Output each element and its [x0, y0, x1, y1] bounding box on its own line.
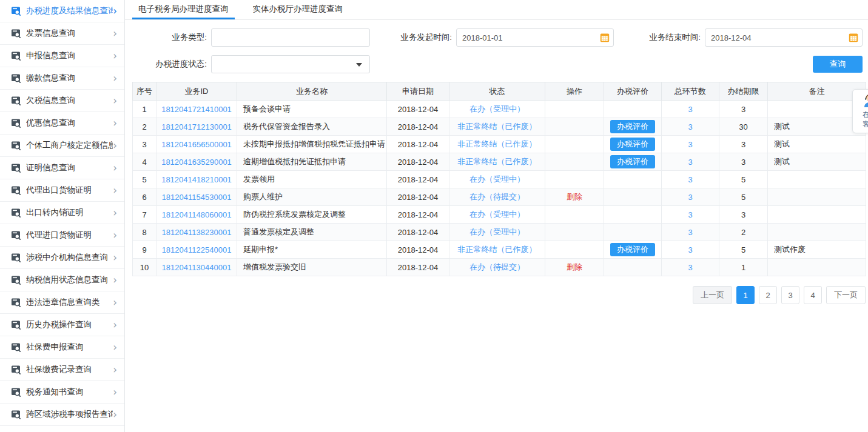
- chevron-right-icon: ›: [113, 297, 117, 308]
- start-time-label: 业务发起时间:: [370, 32, 456, 43]
- cell-remark: [768, 224, 866, 241]
- social-insurance-payment-query-icon: [11, 365, 21, 374]
- sidebar-item-1[interactable]: 发票信息查询›: [0, 22, 124, 45]
- total-links-link[interactable]: 3: [688, 122, 692, 131]
- sidebar-item-18[interactable]: 跨区域涉税事项报告查询›: [0, 404, 124, 426]
- business-id-link[interactable]: 1812041418210001: [161, 175, 232, 184]
- status-link[interactable]: 非正常终结（已作废）: [458, 122, 537, 131]
- calendar-icon[interactable]: [849, 33, 858, 42]
- sidebar-item-2[interactable]: 申报信息查询›: [0, 45, 124, 67]
- cell-total-links: 3: [662, 206, 719, 224]
- calendar-icon[interactable]: [600, 33, 610, 42]
- cell-status: 非正常终结（已作废）: [449, 136, 545, 153]
- sidebar-item-3[interactable]: 缴款信息查询›: [0, 67, 124, 90]
- total-links-link[interactable]: 3: [688, 158, 692, 167]
- cell-business-name: 未按期申报抵扣增值税扣税凭证抵扣申请: [237, 136, 387, 153]
- sidebar-item-14[interactable]: 历史办税操作查询›: [0, 314, 124, 336]
- pagination-page-3[interactable]: 3: [781, 286, 799, 304]
- business-type-input[interactable]: [211, 28, 370, 47]
- cell-total-links: 3: [662, 259, 719, 276]
- column-header-3: 申请日期: [387, 82, 449, 101]
- total-links-link[interactable]: 3: [688, 263, 692, 272]
- start-time-input[interactable]: [456, 28, 614, 47]
- cell-seq: 9: [133, 241, 156, 259]
- sidebar-item-16[interactable]: 社保缴费记录查询›: [0, 359, 124, 381]
- status-link[interactable]: 在办（受理中）: [469, 174, 525, 184]
- total-links-link[interactable]: 3: [688, 175, 692, 184]
- results-table-wrap: 序号业务ID业务名称申请日期状态操作办税评价总环节数办结期限备注 1181204…: [132, 82, 866, 276]
- evaluate-button[interactable]: 办税评价: [610, 138, 655, 151]
- business-id-link[interactable]: 1812041154530001: [162, 193, 232, 202]
- status-link[interactable]: 在办（待提交）: [469, 192, 525, 201]
- sidebar-item-7[interactable]: 证明信息查询›: [0, 157, 124, 179]
- business-id-link[interactable]: 1812041656500001: [161, 140, 232, 149]
- sidebar-item-17[interactable]: 税务通知书查询›: [0, 381, 124, 404]
- query-button[interactable]: 查询: [813, 56, 863, 73]
- sidebar-item-0[interactable]: 办税进度及结果信息查询›: [0, 0, 124, 22]
- total-links-link[interactable]: 3: [688, 228, 692, 237]
- total-links-link[interactable]: 3: [688, 105, 692, 114]
- business-id-link[interactable]: 1812041148060001: [162, 210, 232, 219]
- status-link[interactable]: 在办（待提交）: [469, 262, 525, 271]
- status-link[interactable]: 非正常终结（已作废）: [458, 139, 537, 148]
- sidebar-item-15[interactable]: 社保费申报查询›: [0, 336, 124, 359]
- sidebar-item-5[interactable]: 优惠信息查询›: [0, 112, 124, 135]
- cell-remark: 测试: [768, 136, 866, 153]
- pagination-prev-button[interactable]: 上一页: [693, 286, 732, 304]
- column-header-7: 总环节数: [662, 82, 719, 101]
- sidebar-item-4[interactable]: 欠税信息查询›: [0, 90, 124, 112]
- business-id-link[interactable]: 1812041635290001: [161, 158, 232, 167]
- online-service-widget[interactable]: 在线客服: [852, 89, 868, 133]
- tab-0[interactable]: 电子税务局办理进度查询: [132, 0, 235, 19]
- sidebar-item-8[interactable]: 代理出口货物证明›: [0, 179, 124, 202]
- tab-1[interactable]: 实体办税厅办理进度查询: [247, 0, 349, 19]
- cell-deadline: 2: [719, 224, 768, 241]
- total-links-link[interactable]: 3: [688, 210, 692, 219]
- sidebar-item-6[interactable]: 个体工商户核定定额信息查询›: [0, 135, 124, 157]
- evaluate-button[interactable]: 办税评价: [610, 155, 655, 168]
- column-header-2: 业务名称: [237, 82, 387, 101]
- business-id-link[interactable]: 1812041712130001: [161, 122, 232, 131]
- status-link[interactable]: 在办（受理中）: [469, 210, 525, 219]
- sidebar-item-13[interactable]: 违法违章信息查询类›: [0, 291, 124, 314]
- delete-link[interactable]: 删除: [567, 262, 582, 271]
- table-row: 91812041122540001延期申报*2018-12-04非正常终结（已作…: [133, 241, 866, 259]
- sidebar-item-label: 社保缴费记录查询: [26, 364, 113, 375]
- progress-status-label: 办税进度状态:: [125, 59, 211, 70]
- sidebar-item-10[interactable]: 代理进口货物证明›: [0, 224, 124, 247]
- delete-link[interactable]: 删除: [567, 192, 582, 201]
- end-time-input[interactable]: [705, 28, 863, 47]
- business-id-link[interactable]: 1812041138230001: [162, 228, 232, 237]
- cell-business-name: 普通发票核定及调整: [237, 224, 387, 241]
- cell-remark: 测试: [768, 153, 866, 171]
- sidebar-item-12[interactable]: 纳税信用状态信息查询›: [0, 269, 124, 291]
- sidebar-item-11[interactable]: 涉税中介机构信息查询›: [0, 247, 124, 269]
- cell-status: 在办（待提交）: [449, 188, 545, 206]
- business-id-link[interactable]: 1812041122540001: [162, 245, 232, 254]
- business-id-link[interactable]: 1812041721410001: [161, 105, 232, 114]
- cell-seq: 1: [133, 101, 156, 118]
- status-link[interactable]: 非正常终结（已作废）: [458, 157, 537, 166]
- evaluate-button[interactable]: 办税评价: [610, 243, 655, 256]
- table-row: 61812041154530001购票人维护2018-12-04在办（待提交）删…: [133, 188, 866, 206]
- progress-status-select[interactable]: [211, 55, 370, 73]
- cell-evaluate: [604, 188, 662, 206]
- pagination-page-1[interactable]: 1: [736, 286, 755, 304]
- business-id-link[interactable]: 1812041130440001: [162, 263, 232, 272]
- business-type-label: 业务类型:: [125, 32, 211, 43]
- total-links-link[interactable]: 3: [688, 193, 692, 202]
- pagination-page-2[interactable]: 2: [759, 286, 777, 304]
- status-link[interactable]: 在办（受理中）: [469, 227, 525, 236]
- cell-business-id: 1812041635290001: [156, 153, 237, 171]
- sidebar-item-9[interactable]: 出口转内销证明›: [0, 202, 124, 224]
- pagination-next-button[interactable]: 下一页: [826, 286, 866, 304]
- total-links-link[interactable]: 3: [688, 140, 692, 149]
- chevron-right-icon: ›: [113, 163, 117, 173]
- status-link[interactable]: 非正常终结（已作废）: [458, 245, 537, 254]
- status-link[interactable]: 在办（受理中）: [469, 104, 525, 113]
- pagination-page-4[interactable]: 4: [804, 286, 822, 304]
- cell-total-links: 3: [662, 224, 719, 241]
- sidebar-item-label: 个体工商户核定定额信息查询: [26, 140, 113, 151]
- evaluate-button[interactable]: 办税评价: [610, 120, 655, 133]
- total-links-link[interactable]: 3: [688, 245, 692, 254]
